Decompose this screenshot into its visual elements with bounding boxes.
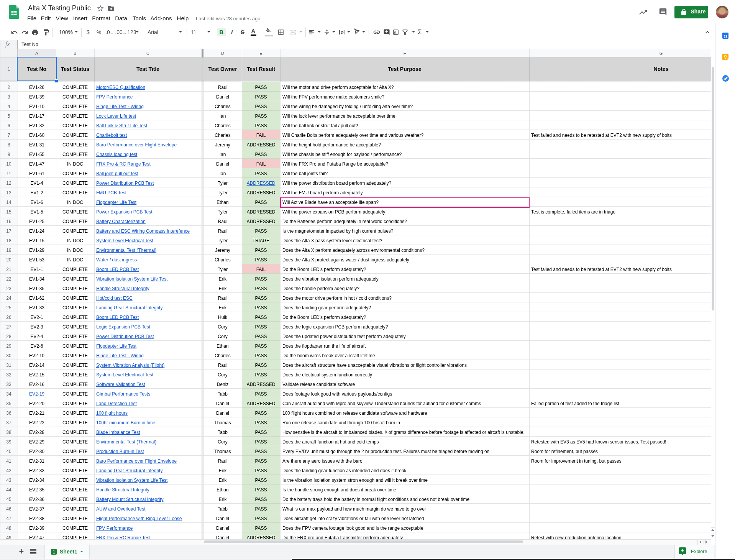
svg-text:31: 31 (724, 34, 727, 38)
svg-text:1: 1 (52, 550, 55, 554)
